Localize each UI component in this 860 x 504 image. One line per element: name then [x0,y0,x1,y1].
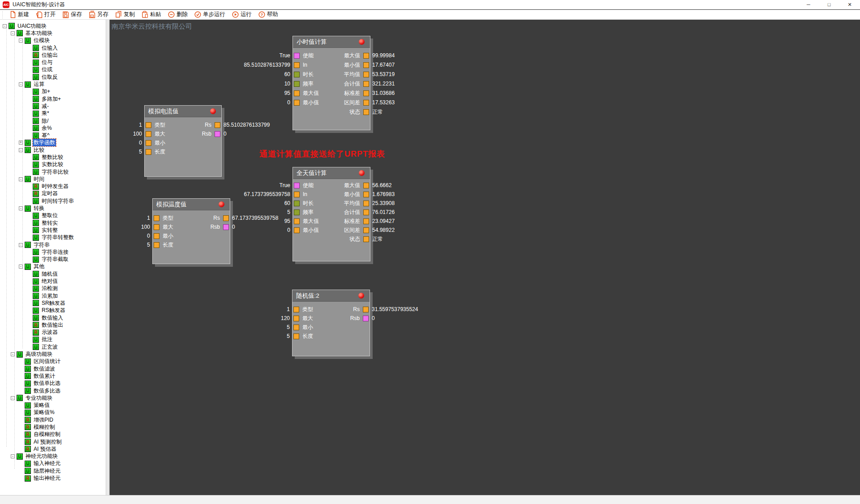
input-port-最小[interactable] [146,140,151,146]
tree-item-绝对值[interactable]: U绝对值 [0,278,106,285]
tree-item-神经元功能块[interactable]: -U神经元功能块 [0,453,106,460]
tree-item-专业功能块[interactable]: -U专业功能块 [0,394,106,401]
output-port-平均值[interactable] [363,72,369,77]
tree-item-余%[interactable]: U余% [0,124,106,132]
collapse-icon[interactable]: - [19,206,23,210]
close-button[interactable]: ✕ [839,0,860,9]
toolbar-run-button[interactable]: 运行 [228,10,255,20]
output-port-Rs[interactable] [215,122,220,128]
output-port-Rsb[interactable] [363,316,369,321]
tree-item-高级功能块[interactable]: -U高级功能块 [0,350,106,358]
output-port-合计值[interactable] [363,209,369,215]
toolbar-new-button[interactable]: 新建 [6,10,32,20]
collapse-icon[interactable]: - [19,38,23,43]
tree-item-转换[interactable]: -U转换 [0,205,106,212]
output-port-最大值[interactable] [363,183,369,188]
tree-item-SR触发器[interactable]: USR触发器 [0,299,106,307]
output-port-Rs[interactable] [223,215,229,221]
tree-item-数值累计[interactable]: U数值累计 [0,372,106,380]
collapse-icon[interactable]: - [19,177,23,181]
tree-item-随机值[interactable]: U随机值 [0,270,106,278]
tree-item-实数比较[interactable]: U实数比较 [0,161,106,168]
tree-item-批注[interactable]: U批注 [0,336,106,343]
tree-item-隐层神经元[interactable]: U隐层神经元 [0,467,106,474]
input-port-长度[interactable] [154,242,159,248]
collapse-icon[interactable]: - [11,31,15,35]
tree-item-幂^[interactable]: U幂^ [0,132,106,139]
tree-item-多路加+[interactable]: U多路加+ [0,95,106,103]
collapse-icon[interactable]: - [19,148,23,152]
toolbar-open-button[interactable]: 打开 [32,10,59,20]
collapse-icon[interactable]: - [19,243,23,247]
tree-item-示波器[interactable]: R示波器 [0,329,106,336]
collapse-icon[interactable]: - [11,454,15,458]
collapse-icon[interactable]: - [19,82,23,86]
tree-item-减-[interactable]: U减- [0,103,106,110]
tree-item-区间值统计[interactable]: U区间值统计 [0,358,106,365]
toolbar-save-button[interactable]: 保存 [59,10,85,20]
output-port-区间差[interactable] [363,227,369,233]
tree-item-数值输出[interactable]: R数值输出 [0,321,106,329]
tree-item-位与[interactable]: U位与 [0,59,106,66]
tree-item-比较[interactable]: -U比较 [0,146,106,154]
input-port-最小[interactable] [154,233,159,239]
tree-item-时间[interactable]: -U时间 [0,175,106,183]
tree-item-策略值%[interactable]: U策略值% [0,409,106,416]
node-day-calc[interactable]: 全天值计算True使能67.1737395539758In60时长5频率95最大… [292,167,370,261]
maximize-button[interactable]: □ [819,0,839,9]
tree-item-策略值[interactable]: U策略值 [0,401,106,409]
tree-item-整取位[interactable]: U整取位 [0,212,106,219]
input-port-最小[interactable] [293,325,299,330]
tree-item-时间转字符串[interactable]: U时间转字符串 [0,197,106,205]
tree-item-输入神经元[interactable]: U输入神经元 [0,460,106,467]
output-port-最小值[interactable] [363,62,369,68]
minimize-button[interactable]: ─ [798,0,819,9]
panel-splitter[interactable] [106,20,110,495]
toolbar-copy-button[interactable]: 复制 [112,10,138,20]
tree-item-位或[interactable]: U位或 [0,66,106,73]
tree-item-乘*[interactable]: U乘* [0,110,106,117]
tree-item-自模糊控制[interactable]: R自模糊控制 [0,431,106,438]
expand-icon[interactable]: + [19,141,23,145]
tree-item-字符串转整数[interactable]: U字符串转整数 [0,234,106,241]
tree-item-数值滤波[interactable]: U数值滤波 [0,365,106,372]
tree-item-整数比较[interactable]: U整数比较 [0,154,106,161]
node-analog-current[interactable]: 模拟电流值1类型100最大0最小5长度Rs85.5102876133799Rsb… [144,105,222,177]
tree-item-整转实[interactable]: U整转实 [0,219,106,226]
toolbar-saveas-button[interactable]: 另存 [85,10,112,20]
output-port-Rs[interactable] [363,307,369,312]
collapse-icon[interactable]: - [11,396,15,400]
tree-item-字符串[interactable]: -U字符串 [0,241,106,248]
tree-item-数值单比选[interactable]: U数值单比选 [0,380,106,387]
tree-item-沿检测[interactable]: U沿检测 [0,285,106,292]
tree-item-数值输入[interactable]: U数值输入 [0,314,106,321]
collapse-icon[interactable]: - [11,352,15,356]
tree-item-位输出[interactable]: R位输出 [0,51,106,59]
output-port-状态[interactable] [363,236,369,242]
output-port-区间差[interactable] [363,100,369,106]
tree-item-字符串连接[interactable]: U字符串连接 [0,248,106,256]
input-port-长度[interactable] [146,149,151,155]
collapse-icon[interactable]: - [19,265,23,269]
output-port-最小值[interactable] [363,192,369,197]
collapse-icon[interactable]: - [3,24,7,28]
tree-item-输出神经元[interactable]: R输出神经元 [0,474,106,482]
tree-item-除/[interactable]: U除/ [0,117,106,124]
tree-item-RS触发器[interactable]: URS触发器 [0,307,106,314]
tree-item-时钟发生器[interactable]: R时钟发生器 [0,183,106,190]
node-random-2[interactable]: 随机值:21类型120最大5最小5长度Rs31.5597537935524Rsb… [292,290,370,356]
tree-item-其他[interactable]: -U其他 [0,263,106,270]
tree-item-模糊控制[interactable]: R模糊控制 [0,423,106,431]
tree-item-加+[interactable]: U加+ [0,88,106,95]
tree-item-AI 预估器[interactable]: RAI 预估器 [0,445,106,453]
tree-item-UAIC功能块[interactable]: -UUAIC功能块 [0,22,106,30]
tree-item-字符串截取[interactable]: U字符串截取 [0,256,106,263]
tree-item-字符串比较[interactable]: U字符串比较 [0,168,106,175]
tree-item-数值多比选[interactable]: U数值多比选 [0,387,106,394]
tree-item-正玄波[interactable]: U正玄波 [0,343,106,350]
output-port-状态[interactable] [363,109,369,115]
tree-item-位取反[interactable]: U位取反 [0,73,106,81]
design-canvas[interactable]: 南京华米云控科技有限公司 通道计算值直接送给了URPT报表 模拟电流值1类型10… [110,20,860,495]
tree-item-数学函数[interactable]: +U数学函数 [0,139,106,146]
toolbar-paste-button[interactable]: 粘贴 [138,10,164,20]
